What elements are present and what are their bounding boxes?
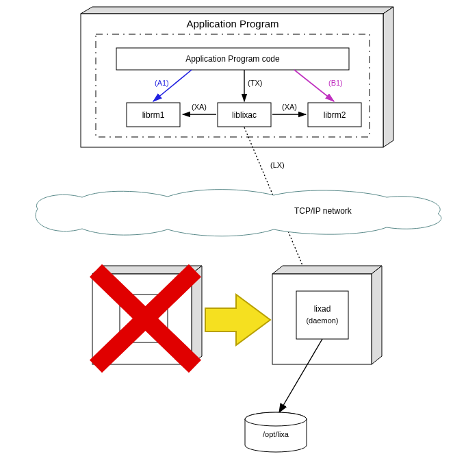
svg-marker-11 [372, 266, 382, 364]
disk-icon: /opt/lixa [245, 412, 307, 452]
librm2-label: librm2 [324, 110, 346, 120]
daemon-line2: (daemon) [306, 316, 338, 325]
network-cloud [36, 190, 441, 236]
daemon-host: lixad (daemon) [272, 266, 382, 364]
svg-marker-10 [272, 266, 382, 274]
network-label: TCP/IP network [294, 206, 352, 216]
label-b1: (B1) [328, 79, 343, 87]
disk-label: /opt/lixa [263, 430, 289, 438]
librm1-label: librm1 [142, 110, 165, 120]
svg-marker-1 [383, 7, 393, 147]
architecture-diagram: Application Program Application Program … [0, 0, 453, 476]
label-lx: (LX) [270, 161, 285, 169]
daemon-line1: lixad [314, 304, 331, 314]
app-code-label: Application Program code [185, 54, 280, 64]
label-xa-left: (XA) [192, 103, 207, 111]
label-xa-right: (XA) [282, 103, 297, 111]
svg-marker-0 [81, 7, 393, 14]
failed-host [92, 266, 202, 366]
liblixac-label: liblixac [232, 110, 257, 120]
app-title: Application Program [186, 18, 279, 29]
label-a1: (A1) [155, 79, 169, 87]
svg-point-14 [245, 412, 307, 426]
migration-arrow-icon [205, 295, 270, 345]
label-tx: (TX) [248, 79, 262, 87]
daemon-box [296, 291, 348, 339]
